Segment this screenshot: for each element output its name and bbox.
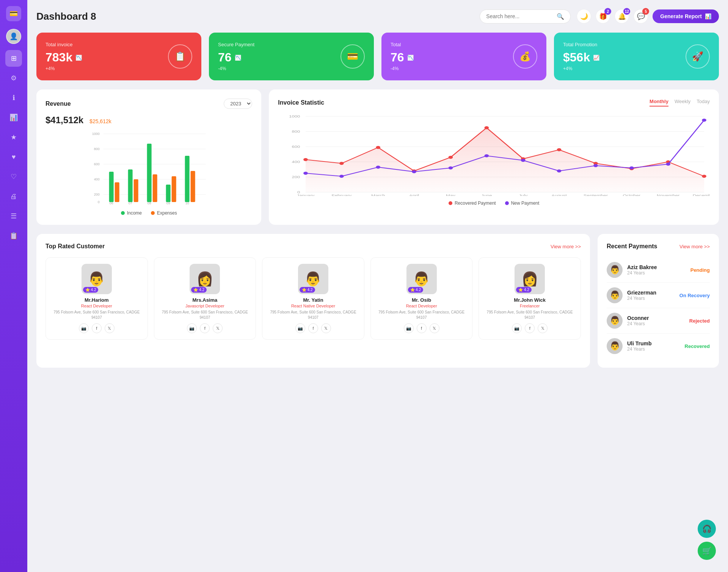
generate-report-button[interactable]: Generate Report 📊 <box>653 9 719 23</box>
gift-icon-btn[interactable]: 🎁 2 <box>596 9 610 24</box>
sidebar-item-menu[interactable]: ☰ <box>5 208 22 224</box>
svg-text:1000: 1000 <box>92 132 100 136</box>
svg-text:09: 09 <box>166 201 170 205</box>
instagram-icon[interactable]: 📷 <box>187 323 197 333</box>
search-box[interactable]: 🔍 <box>480 9 571 24</box>
instagram-icon[interactable]: 📷 <box>79 323 89 333</box>
svg-point-56 <box>485 154 489 157</box>
instagram-icon[interactable]: 📷 <box>295 323 305 333</box>
sidebar-item-heart2[interactable]: ♡ <box>5 168 22 185</box>
rating-badge: ⭐ 4.2 <box>408 287 424 293</box>
sidebar-item-star[interactable]: ★ <box>5 129 22 146</box>
stat-card-info: Total invoice 783k 📉 +4% <box>46 42 82 71</box>
stat-card-total-invoice: Total invoice 783k 📉 +4% 📋 <box>36 33 201 80</box>
sidebar-item-info[interactable]: ℹ <box>5 89 22 106</box>
svg-point-62 <box>702 119 707 122</box>
svg-text:10: 10 <box>185 201 189 205</box>
customer-card: 👨 ⭐ 4.2 Mr. Osib React Developer 795 Fol… <box>370 257 473 340</box>
total-invoice-label: Total invoice <box>46 42 82 47</box>
year-select[interactable]: 2023 2022 2021 <box>224 99 252 109</box>
sidebar-avatar[interactable]: 👤 <box>6 29 21 44</box>
trend-down-icon: 📉 <box>75 55 82 61</box>
legend-new-payment: New Payment <box>505 201 540 206</box>
sidebar-item-print[interactable]: 🖨 <box>5 188 22 205</box>
payment-item: 👨 Aziz Bakree 24 Years Pending <box>607 257 710 283</box>
svg-rect-11 <box>109 172 114 202</box>
svg-rect-13 <box>128 169 133 202</box>
chat-icon-btn[interactable]: 💬 5 <box>634 9 648 24</box>
facebook-icon[interactable]: f <box>417 323 427 333</box>
sidebar-item-list[interactable]: 📋 <box>5 227 22 244</box>
svg-text:December: December <box>693 194 710 196</box>
legend-income: Income <box>121 210 142 216</box>
customer-social: 📷 f 𝕏 <box>374 323 469 333</box>
stat-card-info: Secure Payment 76 📉 -4% <box>218 42 254 71</box>
generate-report-label: Generate Report <box>660 13 702 19</box>
customer-card: 👨 ⭐ 4.2 Mr. Yatin React Native Developer… <box>262 257 364 340</box>
payment-avatar: 👨 <box>607 313 623 329</box>
rating-badge: ⭐ 4.2 <box>83 287 99 293</box>
sidebar-item-heart[interactable]: ♥ <box>5 149 22 165</box>
sidebar-logo[interactable]: 💳 <box>6 6 21 21</box>
instagram-icon[interactable]: 📷 <box>404 323 414 333</box>
search-icon: 🔍 <box>557 13 564 20</box>
customers-view-more[interactable]: View more >> <box>551 244 581 249</box>
svg-text:600: 600 <box>94 162 100 166</box>
svg-text:July: July <box>519 194 528 196</box>
svg-point-60 <box>629 166 634 169</box>
instagram-icon[interactable]: 📷 <box>512 323 522 333</box>
main-content: Dashboard 8 🔍 🌙 🎁 2 🔔 12 💬 5 Generate Re… <box>27 0 728 572</box>
svg-point-58 <box>557 169 562 172</box>
svg-point-40 <box>339 162 344 165</box>
invoice-chart-card: Invoice Statistic Monthly Weekly Today <box>269 89 719 225</box>
customer-name: Mr.Hariom <box>49 297 144 303</box>
trend-up-icon: 📈 <box>593 55 599 61</box>
expenses-dot <box>151 211 155 215</box>
svg-text:April: April <box>409 194 419 196</box>
facebook-icon[interactable]: f <box>92 323 102 333</box>
customer-role: React Native Developer <box>265 304 361 308</box>
secure-payment-label: Secure Payment <box>218 42 254 47</box>
sidebar-item-chart[interactable]: 📊 <box>5 109 22 126</box>
bell-badge: 12 <box>623 8 630 15</box>
bell-icon-btn[interactable]: 🔔 12 <box>615 9 629 24</box>
customers-card: Top Rated Customer View more >> 👨 ⭐ 4.2 … <box>36 234 590 368</box>
twitter-icon[interactable]: 𝕏 <box>213 323 223 333</box>
svg-text:07: 07 <box>129 201 132 205</box>
svg-text:November: November <box>657 194 680 196</box>
svg-text:200: 200 <box>94 193 100 196</box>
customer-role: React Developer <box>374 304 469 308</box>
sidebar-item-dashboard[interactable]: ⊞ <box>5 50 22 67</box>
bottom-row: Top Rated Customer View more >> 👨 ⭐ 4.2 … <box>36 234 719 368</box>
support-button[interactable]: 🎧 <box>698 520 716 538</box>
twitter-icon[interactable]: 𝕏 <box>538 323 548 333</box>
total-promotion-change: +4% <box>563 66 599 71</box>
facebook-icon[interactable]: f <box>308 323 318 333</box>
sidebar-item-settings[interactable]: ⚙ <box>5 70 22 86</box>
svg-text:September: September <box>584 194 608 196</box>
payments-title: Recent Payments <box>607 243 657 250</box>
search-input[interactable] <box>486 13 554 19</box>
payment-age: 24 Years <box>627 321 685 326</box>
income-label: Income <box>127 210 142 216</box>
tab-today[interactable]: Today <box>697 99 710 107</box>
tab-monthly[interactable]: Monthly <box>650 99 668 107</box>
cart-button[interactable]: 🛒 <box>698 542 716 560</box>
tab-weekly[interactable]: Weekly <box>675 99 690 107</box>
svg-text:May: May <box>446 194 455 196</box>
payment-age: 24 Years <box>627 346 680 352</box>
svg-text:0: 0 <box>98 200 100 204</box>
svg-rect-20 <box>191 171 195 202</box>
twitter-icon[interactable]: 𝕏 <box>430 323 439 333</box>
twitter-icon[interactable]: 𝕏 <box>321 323 331 333</box>
facebook-icon[interactable]: f <box>525 323 535 333</box>
moon-icon-btn[interactable]: 🌙 <box>577 9 591 24</box>
customer-name: Mr.John Wick <box>482 297 577 303</box>
facebook-icon[interactable]: f <box>200 323 210 333</box>
twitter-icon[interactable]: 𝕏 <box>105 323 115 333</box>
sidebar: 💳 👤 ⊞ ⚙ ℹ 📊 ★ ♥ ♡ 🖨 ☰ 📋 <box>0 0 27 572</box>
payment-info: Oconner 24 Years <box>627 315 685 326</box>
payments-view-more[interactable]: View more >> <box>679 244 710 249</box>
svg-rect-14 <box>134 179 138 202</box>
svg-marker-38 <box>306 128 704 192</box>
